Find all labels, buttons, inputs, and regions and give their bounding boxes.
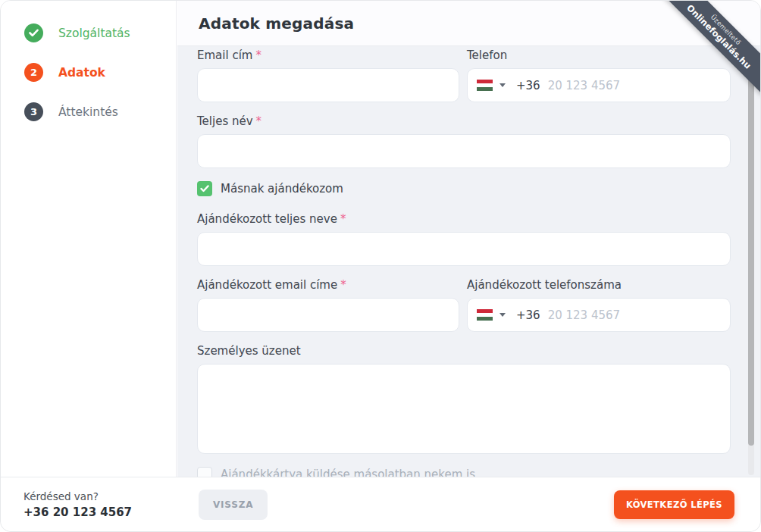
required-asterisk: * [255, 49, 261, 62]
gift-checkbox-label: Másnak ajándékozom [221, 182, 343, 196]
sidebar-item-szolgaltatas[interactable]: Szolgáltatás [24, 23, 176, 42]
panel-header: Adatok megadása [177, 1, 760, 46]
step-number-badge: 3 [24, 102, 43, 121]
dial-code: +36 [516, 79, 540, 92]
personal-message-field-group: Személyes üzenet [197, 345, 731, 454]
check-icon [29, 29, 39, 37]
step-label: Szolgáltatás [58, 27, 130, 40]
full-name-field[interactable] [197, 134, 731, 168]
chevron-down-icon[interactable] [500, 83, 506, 87]
page-title: Adatok megadása [199, 14, 354, 33]
contact-block: Kérdésed van? +36 20 123 4567 [1, 490, 177, 519]
main-panel: Adatok megadása Email cím* Telefon +36 [177, 1, 760, 477]
phone-label: Telefon [467, 49, 731, 61]
next-step-button[interactable]: KÖVETKEZŐ LÉPÉS [614, 490, 734, 519]
step-number-badge: 2 [24, 63, 43, 82]
contact-phone: +36 20 123 4567 [23, 505, 177, 519]
recipient-phone-field[interactable]: +36 [467, 298, 731, 332]
copy-checkbox-label: Ajándékkártya küldése másolatban nekem i… [221, 468, 475, 477]
copy-checkbox-row[interactable]: Ajándékkártya küldése másolatban nekem i… [197, 467, 731, 477]
data-entry-form: Email cím* Telefon +36 Teljes név* [177, 46, 760, 477]
sidebar-item-adatok[interactable]: 2 Adatok [24, 63, 176, 82]
step-label: Adatok [58, 66, 105, 80]
hungary-flag-icon[interactable] [477, 309, 493, 321]
check-icon [200, 185, 209, 192]
email-label: Email cím* [197, 49, 459, 61]
phone-field-group: Telefon +36 [467, 49, 731, 102]
required-asterisk: * [340, 278, 346, 292]
phone-field[interactable]: +36 [467, 68, 731, 102]
copy-checkbox[interactable] [197, 467, 212, 477]
full-name-label: Teljes név* [197, 115, 731, 127]
hungary-flag-icon[interactable] [477, 80, 493, 91]
dial-code: +36 [516, 308, 540, 322]
recipient-email-field[interactable] [197, 298, 459, 332]
recipient-phone-number-input[interactable] [548, 308, 721, 322]
personal-message-field[interactable] [197, 364, 731, 454]
scrollbar-thumb[interactable] [748, 67, 754, 446]
recipient-name-label: Ajándékozott teljes neve* [197, 213, 731, 225]
gift-checkbox-row[interactable]: Másnak ajándékozom [197, 181, 731, 196]
step-label: Áttekintés [58, 105, 118, 119]
recipient-name-field-group: Ajándékozott teljes neve* [197, 213, 731, 266]
contact-question: Kérdésed van? [23, 490, 177, 502]
personal-message-label: Személyes üzenet [197, 345, 731, 357]
wizard-footer: Kérdésed van? +36 20 123 4567 VISSZA KÖV… [1, 477, 760, 531]
recipient-phone-field-group: Ajándékozott telefonszáma +36 [467, 279, 731, 332]
steps-sidebar: Szolgáltatás 2 Adatok 3 Áttekintés [1, 1, 177, 477]
full-name-field-group: Teljes név* [197, 115, 731, 168]
step-done-circle [24, 23, 43, 42]
email-field-group: Email cím* [197, 49, 459, 102]
phone-number-input[interactable] [548, 79, 721, 92]
booking-wizard-window: Szolgáltatás 2 Adatok 3 Áttekintés Adato… [0, 0, 761, 532]
back-button[interactable]: VISSZA [199, 490, 268, 520]
required-asterisk: * [340, 212, 346, 226]
required-asterisk: * [256, 114, 262, 128]
recipient-name-field[interactable] [197, 232, 731, 266]
gift-checkbox[interactable] [197, 181, 212, 196]
email-field[interactable] [197, 68, 459, 102]
recipient-email-field-group: Ajándékozott email címe* [197, 279, 459, 332]
recipient-phone-label: Ajándékozott telefonszáma [467, 279, 731, 291]
chevron-down-icon[interactable] [500, 313, 506, 317]
recipient-email-label: Ajándékozott email címe* [197, 279, 459, 291]
sidebar-item-attekintes[interactable]: 3 Áttekintés [24, 102, 176, 121]
